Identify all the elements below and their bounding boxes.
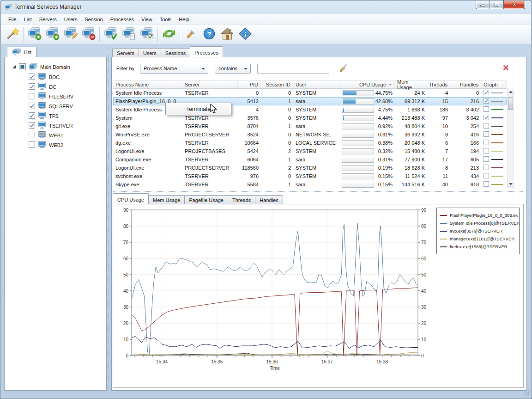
graph-checkbox[interactable]	[484, 181, 489, 188]
graph-checkbox[interactable]	[484, 165, 489, 171]
chart-tab-cpu-usage[interactable]: CPU Usage	[113, 193, 149, 204]
scrollbar-down-button[interactable]	[508, 181, 514, 188]
menu-users[interactable]: Users	[60, 15, 81, 24]
graph-checkbox[interactable]	[484, 98, 489, 104]
column-header-handles[interactable]: Handles	[450, 81, 481, 88]
menu-file[interactable]: File	[5, 15, 20, 24]
filter-text-input[interactable]	[257, 64, 329, 74]
server-checkbox-web2[interactable]	[29, 141, 35, 149]
close-filter-button[interactable]	[502, 64, 510, 73]
scrollbar-up-button[interactable]	[508, 88, 514, 95]
menu-list[interactable]: List	[20, 15, 36, 24]
chart-tab-pagefile-usage[interactable]: Pagefile Usage	[184, 195, 228, 204]
tab-servers[interactable]: Servers	[112, 48, 139, 57]
tree-item-bdc[interactable]: BDC	[6, 72, 104, 82]
menu-help[interactable]: Help	[175, 15, 193, 24]
server-checkbox-sqlserv[interactable]	[29, 103, 35, 110]
server-checkbox-dc[interactable]	[29, 83, 35, 91]
vertical-splitter-right[interactable]	[529, 47, 529, 391]
server-checkbox-web1[interactable]	[29, 132, 35, 139]
graph-checkbox[interactable]	[484, 148, 489, 154]
table-row-logonui-exe[interactable]: LogonUI.exePROJECTSERVER1185602SYSTEM0.1…	[113, 164, 507, 172]
title-bar[interactable]: Terminal Services Manager	[0, 0, 532, 14]
tab-users[interactable]: Users	[139, 48, 161, 57]
disconnect-server-button[interactable]	[120, 25, 138, 43]
menu-view[interactable]: View	[138, 15, 156, 24]
tree-item-fileserv[interactable]: FILESERV	[6, 92, 104, 101]
scrollbar-thumb[interactable]	[508, 97, 513, 110]
menu-servers[interactable]: Servers	[36, 15, 60, 24]
graph-checkbox[interactable]	[484, 156, 489, 163]
table-scrollbar[interactable]	[507, 88, 514, 188]
column-header-threads[interactable]: Threads	[427, 81, 450, 88]
column-header-server[interactable]: Server	[182, 81, 238, 88]
graph-checkbox[interactable]	[484, 90, 489, 96]
add-server-group-button[interactable]	[43, 25, 61, 43]
table-row-companion-exe[interactable]: Companion.exeTSERVER60641sara0.31%77 900…	[113, 155, 507, 164]
about-info-button[interactable]: i	[236, 25, 254, 43]
minimize-button[interactable]	[476, 0, 490, 9]
filter-operator-select[interactable]: contains	[215, 64, 251, 74]
home-button[interactable]	[218, 25, 236, 43]
column-header-cpu[interactable]: CPU Usage	[339, 81, 395, 88]
tree-item-web2[interactable]: WEB2	[6, 140, 104, 150]
tree-expander-icon[interactable]	[12, 64, 16, 70]
root-checkbox[interactable]	[19, 63, 26, 71]
tree-item-tserver[interactable]: TSERVER	[6, 121, 104, 130]
resize-grip[interactable]	[524, 389, 530, 398]
graph-checkbox[interactable]	[484, 173, 489, 179]
table-row-skype-exe[interactable]: Skype.exeTSERVER55841sara0.15%144 516 K4…	[113, 180, 507, 189]
table-row-logonui-exe[interactable]: LogonUI.exePROJECTBASES54242SYSTEM0.32%1…	[113, 147, 507, 155]
column-header-name[interactable]: Process Name	[113, 81, 182, 88]
table-row-svchost-exe[interactable]: svchost.exeTSERVER9760SYSTEM0.15%11 524 …	[113, 172, 507, 180]
tree-item-dc[interactable]: DC	[6, 82, 104, 92]
tab-sessions[interactable]: Sessions	[161, 48, 191, 57]
refresh-button[interactable]	[160, 25, 178, 43]
tree-item-tfs[interactable]: TFS	[6, 111, 104, 121]
table-row-dg-exe[interactable]: dg.exeTSERVER106640LOCAL SERVICE0.38%20 …	[113, 139, 507, 147]
help-button[interactable]: ?	[200, 25, 218, 43]
select-sessions-button[interactable]	[138, 25, 156, 43]
server-checkbox-bdc[interactable]	[29, 74, 35, 81]
context-menu-item-terminate[interactable]: Terminate	[186, 106, 211, 112]
menu-session[interactable]: Session	[81, 15, 107, 24]
horizontal-splitter[interactable]	[113, 191, 523, 192]
close-button[interactable]	[503, 0, 525, 9]
column-header-pid[interactable]: PID	[238, 81, 261, 88]
graph-checkbox[interactable]	[484, 106, 489, 113]
tree-item-sqlserv[interactable]: SQLSERV	[6, 101, 104, 111]
menu-processes[interactable]: Processes	[107, 15, 138, 24]
graph-checkbox[interactable]	[484, 123, 489, 129]
table-row-git-exe[interactable]: git.exeTSERVER87041sara0.92%48 804 K1025…	[113, 122, 507, 130]
sidebar-tab-list[interactable]: List	[7, 47, 36, 57]
edit-server-button[interactable]	[61, 25, 79, 43]
filter-field-select[interactable]: Process Name	[140, 64, 208, 74]
tab-processes[interactable]: Processes	[190, 46, 223, 57]
server-checkbox-tfs[interactable]	[29, 112, 35, 120]
server-checkbox-tserver[interactable]	[29, 122, 35, 129]
chart-tab-mem-usage[interactable]: Mem Usage	[148, 195, 185, 204]
column-header-user[interactable]: User	[293, 81, 339, 88]
table-row-system-idle-process[interactable]: System Idle ProcessTSERVER00SYSTEM44.75%…	[113, 89, 507, 97]
options-wrench-button[interactable]	[182, 25, 200, 43]
clear-filter-button[interactable]	[338, 63, 349, 74]
menu-tools[interactable]: Tools	[156, 15, 175, 24]
graph-checkbox[interactable]	[484, 131, 489, 138]
tree-item-web1[interactable]: WEB1	[6, 130, 104, 140]
graph-checkbox[interactable]	[484, 115, 489, 121]
chart-tab-threads[interactable]: Threads	[228, 195, 255, 204]
connect-server-button[interactable]	[102, 25, 120, 43]
server-checkbox-fileserv[interactable]	[29, 93, 35, 100]
tree-root-main-domain[interactable]: Main Domain	[6, 62, 104, 72]
chart-tab-handles[interactable]: Handles	[255, 195, 283, 204]
vertical-splitter[interactable]	[109, 47, 110, 391]
column-header-graph[interactable]: Graph	[481, 81, 507, 88]
column-header-mem[interactable]: Mem Usage	[395, 81, 427, 88]
maximize-button[interactable]	[490, 0, 504, 9]
table-row-wmiprvse-exe[interactable]: WmiPrvSE.exePROJECTSERVER35240NETWORK SE…	[113, 130, 507, 139]
column-header-session[interactable]: Session ID	[261, 81, 293, 88]
graph-checkbox[interactable]	[484, 140, 489, 146]
magic-wand-button[interactable]	[3, 25, 21, 43]
remove-server-button[interactable]	[79, 25, 97, 43]
add-server-button[interactable]	[25, 25, 43, 43]
